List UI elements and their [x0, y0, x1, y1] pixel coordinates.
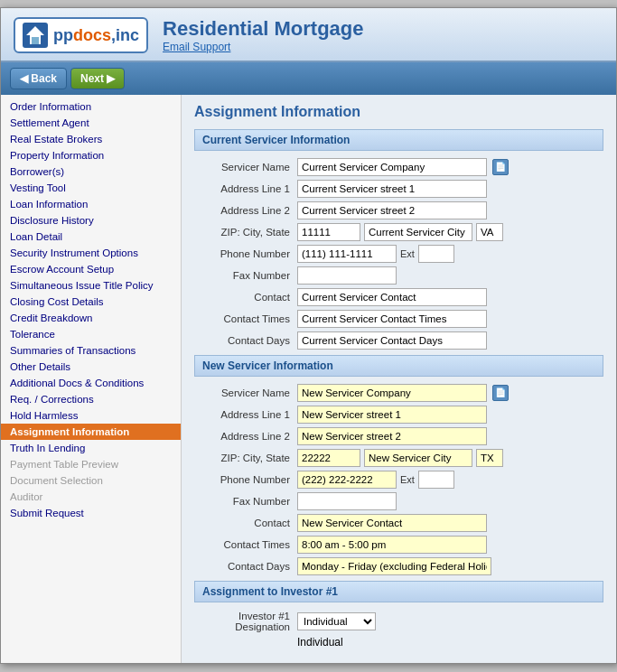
current-state-input[interactable]	[476, 223, 503, 241]
new-phone-input[interactable]	[297, 471, 397, 489]
table-row: ZIP: City, State	[194, 447, 603, 469]
new-address1-label: Address Line 1	[194, 404, 294, 425]
new-address2-input[interactable]	[297, 427, 487, 445]
sidebar: Order InformationSettlement AgentReal Es…	[1, 95, 182, 663]
assignment-investor-section-header: Assignment to Investor #1	[194, 581, 603, 602]
sidebar-item-order-information[interactable]: Order Information	[1, 98, 181, 115]
current-address2-input[interactable]	[297, 201, 487, 219]
new-phone-label: Phone Number	[194, 469, 294, 490]
sidebar-item-loan-information[interactable]: Loan Information	[1, 196, 181, 212]
new-contact-times-input[interactable]	[297, 536, 487, 554]
sidebar-item-credit-breakdown[interactable]: Credit Breakdown	[1, 310, 181, 326]
new-servicer-name-input[interactable]	[297, 384, 487, 402]
sidebar-item-settlement-agent[interactable]: Settlement Agent	[1, 115, 181, 131]
current-city-input[interactable]	[364, 223, 472, 241]
sidebar-item-borrower-s-[interactable]: Borrower(s)	[1, 163, 181, 180]
assignment-investor-form: Investor #1Designation Individual Trust …	[194, 608, 603, 650]
main-layout: Order InformationSettlement AgentReal Es…	[1, 95, 616, 663]
table-row: Contact Times	[194, 308, 603, 330]
phone-label: Phone Number	[194, 243, 294, 265]
current-contact-input[interactable]	[297, 288, 487, 306]
sidebar-item-security-instrument-options[interactable]: Security Instrument Options	[1, 245, 181, 261]
new-ext-input[interactable]	[418, 471, 454, 489]
main-window: ppdocs,inc Residential Mortgage Email Su…	[0, 7, 617, 664]
sidebar-item-property-information[interactable]: Property Information	[1, 147, 181, 163]
content-area: Assignment Information Current Servicer …	[182, 95, 616, 663]
table-row: Address Line 2	[194, 425, 603, 447]
next-button[interactable]: Next ▶	[70, 68, 125, 89]
sidebar-item-truth-in-lending[interactable]: Truth In Lending	[1, 440, 181, 456]
individual-text: Individual	[297, 636, 343, 649]
new-phone-cell: Ext	[294, 469, 603, 490]
sidebar-item-other-details[interactable]: Other Details	[1, 359, 181, 375]
current-zip-input[interactable]	[297, 223, 360, 241]
sidebar-item-escrow-account-setup[interactable]: Escrow Account Setup	[1, 261, 181, 277]
current-ext-input[interactable]	[418, 245, 454, 263]
zip-city-state-label: ZIP: City, State	[194, 221, 294, 243]
sidebar-item-simultaneous-issue-title-policy[interactable]: Simultaneous Issue Title Policy	[1, 277, 181, 294]
address1-label: Address Line 1	[194, 178, 294, 200]
contact-cell	[294, 286, 603, 308]
address2-cell	[294, 200, 603, 221]
investor-designation-select[interactable]: Individual Trust Corporation Partnership	[297, 612, 376, 630]
current-servicer-db-icon[interactable]: 📄	[492, 159, 509, 175]
sidebar-item-tolerance[interactable]: Tolerance	[1, 326, 181, 342]
sidebar-item-loan-detail[interactable]: Loan Detail	[1, 229, 181, 245]
sidebar-item-auditor: Auditor	[1, 489, 181, 505]
email-support-link[interactable]: Email Support	[163, 41, 230, 53]
current-servicer-name-input[interactable]	[297, 158, 487, 176]
table-row: Servicer Name 📄	[194, 382, 603, 404]
header-title: Residential Mortgage	[163, 17, 603, 41]
new-fax-label: Fax Number	[194, 490, 294, 512]
individual-label-empty	[194, 634, 294, 650]
new-ext-label: Ext	[400, 474, 415, 485]
zip-city-state-cell	[294, 221, 603, 243]
sidebar-item-assignment-information[interactable]: Assignment Information	[1, 424, 181, 440]
sidebar-item-req----corrections[interactable]: Req. / Corrections	[1, 391, 181, 407]
sidebar-item-disclosure-history[interactable]: Disclosure History	[1, 212, 181, 229]
page-title: Assignment Information	[194, 104, 603, 120]
investor-designation-cell: Individual Trust Corporation Partnership	[294, 608, 603, 634]
table-row: Fax Number	[194, 265, 603, 286]
new-address1-input[interactable]	[297, 406, 487, 424]
new-state-input[interactable]	[476, 449, 503, 467]
new-zip-input[interactable]	[297, 449, 360, 467]
back-button[interactable]: ◀ Back	[10, 68, 67, 89]
sidebar-item-closing-cost-details[interactable]: Closing Cost Details	[1, 294, 181, 310]
sidebar-item-hold-harmless[interactable]: Hold Harmless	[1, 407, 181, 424]
new-servicer-name-cell: 📄	[294, 382, 603, 404]
sidebar-item-submit-request[interactable]: Submit Request	[1, 505, 181, 521]
new-fax-cell	[294, 490, 603, 512]
table-row: Address Line 2	[194, 200, 603, 221]
sidebar-item-summaries-of-transactions[interactable]: Summaries of Transactions	[1, 342, 181, 359]
new-servicer-db-icon[interactable]: 📄	[492, 385, 509, 401]
new-contact-times-label: Contact Times	[194, 534, 294, 555]
navbar: ◀ Back Next ▶	[1, 62, 616, 95]
servicer-name-label: Servicer Name	[194, 156, 294, 178]
new-contact-days-cell	[294, 555, 603, 577]
current-contact-days-input[interactable]	[297, 331, 487, 350]
new-fax-input[interactable]	[297, 492, 397, 510]
table-row: Fax Number	[194, 490, 603, 512]
current-contact-times-input[interactable]	[297, 310, 487, 328]
address1-cell	[294, 178, 603, 200]
new-address2-cell	[294, 425, 603, 447]
sidebar-item-real-estate-brokers[interactable]: Real Estate Brokers	[1, 131, 181, 147]
new-address2-label: Address Line 2	[194, 425, 294, 447]
address2-label: Address Line 2	[194, 200, 294, 221]
new-city-input[interactable]	[364, 449, 472, 467]
new-servicer-section-header: New Servicer Information	[194, 355, 603, 377]
current-phone-input[interactable]	[297, 245, 397, 263]
table-row: Contact Days	[194, 330, 603, 351]
zip-city-state-row	[297, 223, 600, 241]
sidebar-item-payment-table-preview: Payment Table Preview	[1, 456, 181, 472]
sidebar-item-additional-docs---conditions[interactable]: Additional Docs & Conditions	[1, 375, 181, 391]
phone-row: Ext	[297, 245, 600, 263]
new-contact-input[interactable]	[297, 514, 487, 532]
current-fax-input[interactable]	[297, 266, 397, 285]
current-address1-input[interactable]	[297, 180, 487, 198]
table-row: Phone Number Ext	[194, 469, 603, 490]
servicer-name-row: 📄	[297, 158, 600, 176]
new-contact-days-input[interactable]	[297, 557, 491, 575]
sidebar-item-vesting-tool[interactable]: Vesting Tool	[1, 180, 181, 196]
